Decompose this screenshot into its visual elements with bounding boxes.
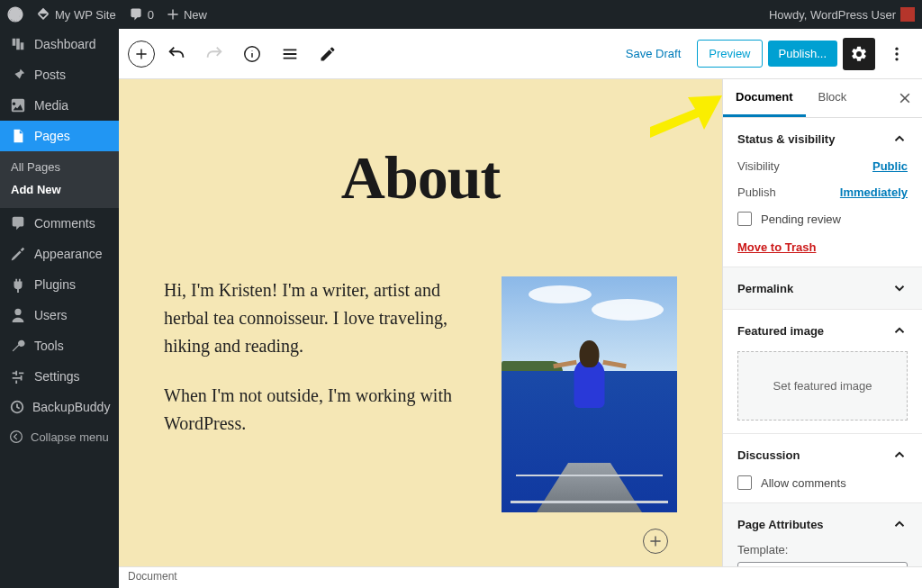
svg-point-3 [895, 47, 898, 50]
pin-icon [9, 66, 27, 84]
sidebar-item-users[interactable]: Users [0, 300, 119, 330]
wp-logo-icon[interactable] [7, 6, 23, 23]
dashboard-icon [9, 35, 27, 53]
collapse-menu-button[interactable]: Collapse menu [0, 422, 119, 451]
sidebar-submenu-pages: All Pages Add New [0, 151, 119, 208]
annotation-arrow [650, 86, 722, 140]
svg-point-1 [11, 431, 23, 443]
paragraph-1[interactable]: Hi, I'm Kristen! I'm a writer, artist an… [164, 276, 475, 360]
featured-image-panel: Featured image Set featured image [723, 310, 922, 434]
comments-icon [9, 214, 27, 232]
status-visibility-panel: Status & visibility VisibilityPublic Pub… [723, 118, 922, 267]
block-editor: Save Draft Preview Publish... About Hi, … [119, 29, 922, 588]
site-name-link[interactable]: My WP Site [36, 7, 116, 22]
close-panel-button[interactable] [893, 86, 917, 110]
sidebar-item-posts[interactable]: Posts [0, 59, 119, 90]
sidebar-item-settings[interactable]: Settings [0, 361, 119, 392]
paragraph-block[interactable]: Hi, I'm Kristen! I'm a writer, artist an… [164, 276, 475, 459]
undo-button[interactable] [160, 38, 193, 70]
content-info-button[interactable] [236, 38, 268, 70]
block-appender-button[interactable] [643, 529, 668, 554]
page-attributes-panel: Page Attributes Template: Default templa… [723, 503, 922, 566]
publish-value-button[interactable]: Immediately [840, 185, 908, 199]
editor-canvas[interactable]: About Hi, I'm Kristen! I'm a writer, art… [119, 79, 722, 566]
checkbox-icon [737, 212, 752, 226]
sidebar-item-appearance[interactable]: Appearance [0, 239, 119, 269]
sidebar-item-pages[interactable]: Pages [0, 121, 119, 151]
sidebar-item-tools[interactable]: Tools [0, 330, 119, 361]
chevron-up-icon [891, 322, 908, 339]
more-options-button[interactable] [881, 38, 913, 70]
editor-toolbar: Save Draft Preview Publish... [119, 29, 922, 79]
admin-sidebar: Dashboard Posts Media Pages All Pages Ad… [0, 29, 119, 588]
move-to-trash-button[interactable]: Move to Trash [737, 240, 816, 254]
howdy-account[interactable]: Howdy, WordPress User [769, 7, 915, 22]
comments-link[interactable]: 0 [129, 7, 154, 22]
pending-review-checkbox[interactable]: Pending review [737, 212, 908, 226]
sidebar-item-dashboard[interactable]: Dashboard [0, 29, 119, 59]
checkbox-icon [737, 475, 752, 490]
publish-label: Publish [737, 185, 776, 199]
sidebar-sub-all-pages[interactable]: All Pages [0, 156, 119, 178]
new-content-link[interactable]: New [167, 8, 207, 22]
avatar-icon [900, 7, 915, 22]
paragraph-2[interactable]: When I'm not outside, I'm working with W… [164, 382, 475, 438]
settings-tabs: Document Block [723, 79, 922, 118]
permalink-toggle[interactable]: Permalink [737, 280, 908, 296]
discussion-toggle[interactable]: Discussion [737, 447, 908, 463]
sidebar-item-comments[interactable]: Comments [0, 208, 119, 239]
media-icon [9, 96, 27, 114]
redo-button[interactable] [198, 38, 230, 70]
visibility-value-button[interactable]: Public [872, 159, 908, 173]
columns-block[interactable]: Hi, I'm Kristen! I'm a writer, artist an… [164, 276, 677, 512]
template-label: Template: [737, 543, 908, 556]
sliders-icon [9, 367, 27, 385]
pages-icon [9, 127, 27, 145]
user-icon [9, 306, 27, 324]
brush-icon [9, 245, 27, 263]
backup-icon [9, 398, 25, 416]
set-featured-image-button[interactable]: Set featured image [737, 351, 908, 421]
settings-toggle-button[interactable] [843, 38, 875, 70]
visibility-label: Visibility [737, 159, 780, 173]
settings-panel: Document Block Status & visibility Visib… [722, 79, 922, 566]
image-block[interactable] [502, 276, 677, 512]
wp-admin-bar: My WP Site 0 New Howdy, WordPress User [0, 0, 922, 29]
sidebar-sub-add-new[interactable]: Add New [0, 178, 119, 201]
add-block-button[interactable] [128, 41, 155, 68]
allow-comments-checkbox[interactable]: Allow comments [737, 475, 908, 490]
svg-point-5 [895, 58, 898, 60]
permalink-panel: Permalink [723, 267, 922, 310]
save-draft-button[interactable]: Save Draft [615, 41, 692, 67]
chevron-down-icon [891, 280, 908, 296]
status-visibility-toggle[interactable]: Status & visibility [737, 131, 908, 147]
featured-image-toggle[interactable]: Featured image [737, 322, 908, 339]
tab-document[interactable]: Document [723, 79, 806, 117]
chevron-up-icon [891, 131, 908, 147]
plug-icon [9, 276, 27, 294]
tab-block[interactable]: Block [806, 79, 860, 117]
sidebar-item-backupbuddy[interactable]: BackupBuddy [0, 392, 119, 422]
chevron-up-icon [891, 447, 908, 463]
preview-button[interactable]: Preview [697, 40, 762, 68]
editor-footer-breadcrumb[interactable]: Document [119, 566, 922, 588]
edit-button[interactable] [312, 38, 344, 70]
sidebar-item-media[interactable]: Media [0, 90, 119, 121]
svg-point-4 [895, 52, 898, 55]
publish-button[interactable]: Publish... [768, 41, 837, 67]
page-attributes-toggle[interactable]: Page Attributes [737, 516, 908, 532]
discussion-panel: Discussion Allow comments [723, 434, 922, 503]
wrench-icon [9, 337, 27, 355]
block-navigation-button[interactable] [274, 38, 306, 70]
page-title-input[interactable]: About [164, 142, 677, 213]
sidebar-item-plugins[interactable]: Plugins [0, 269, 119, 300]
chevron-up-icon [891, 516, 908, 532]
